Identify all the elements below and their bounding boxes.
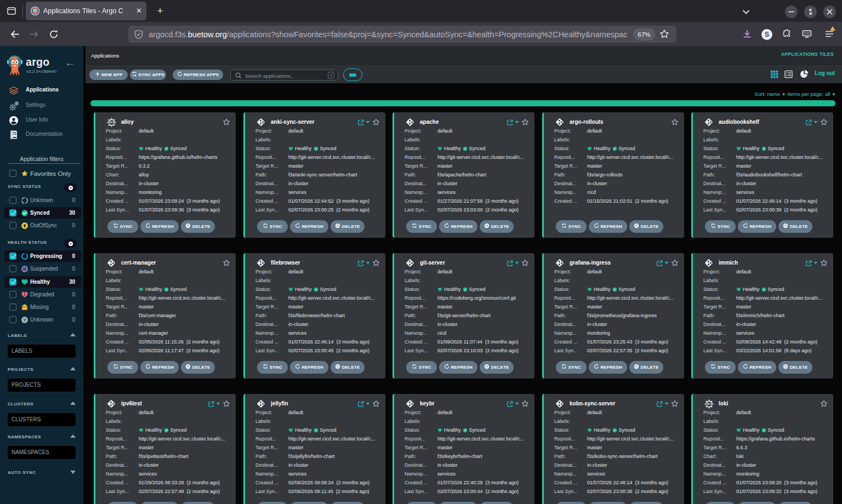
svg-text:HELM: HELM [108, 121, 115, 124]
svg-text:HELM: HELM [706, 403, 713, 405]
svg-text:?: ? [24, 318, 26, 323]
